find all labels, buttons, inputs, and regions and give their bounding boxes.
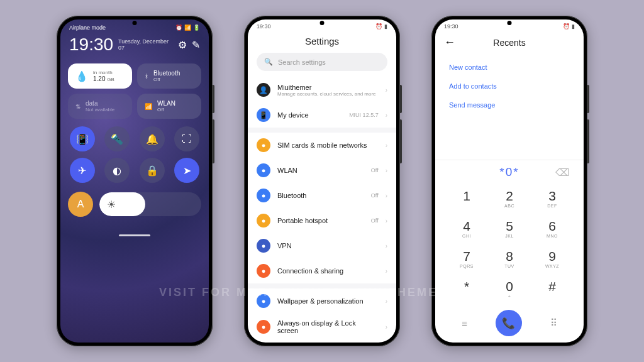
chevron-right-icon: › <box>386 324 387 331</box>
brightness-icon: ☀ <box>107 199 116 211</box>
dialpad-key[interactable]: * <box>445 275 488 305</box>
status-icons: ⏰ 📶 🔋 <box>175 25 200 31</box>
date: Tuesday, December 07 <box>118 38 173 51</box>
battery-icon: 🔋 <box>193 25 200 31</box>
dialpad-key[interactable]: 8TUV <box>488 244 531 275</box>
item-icon: ● <box>257 189 270 202</box>
darkmode-toggle[interactable]: ◐ <box>104 158 130 183</box>
page-title: Recents <box>444 38 575 48</box>
data-icon: ⇅ <box>75 103 80 110</box>
user-avatar[interactable]: A <box>68 192 93 217</box>
battery-icon: ▮ <box>384 23 387 30</box>
menu-button[interactable]: ≡ <box>462 318 467 329</box>
account-item[interactable]: 👤 MiuithemerManage accounts, cloud servi… <box>248 77 396 102</box>
wifi-icon: 📶 <box>145 103 152 110</box>
dnd-toggle[interactable]: 🔔 <box>140 126 165 151</box>
dialpad-key[interactable]: 9WXYZ <box>531 244 574 275</box>
item-icon: ● <box>257 214 270 228</box>
chevron-right-icon: › <box>386 112 387 119</box>
chevron-right-icon: › <box>386 268 387 275</box>
dialpad-key[interactable]: 7PQRS <box>445 244 488 275</box>
new-contact-link[interactable]: New contact <box>449 58 570 77</box>
settings-item[interactable]: ●Always-on display & Lock screen› <box>248 314 396 340</box>
location-toggle[interactable]: ➤ <box>174 158 199 183</box>
settings-item[interactable]: ●WLANOff› <box>248 158 396 183</box>
wlan-tile[interactable]: 📶 WLANOff <box>137 94 201 119</box>
mydevice-item[interactable]: 📱 My device MIUI 12.5.7 › <box>248 102 396 128</box>
settings-item[interactable]: ●Wallpaper & personalization› <box>248 288 396 314</box>
dialpad-key[interactable]: 1 <box>445 184 488 214</box>
settings-item[interactable]: ●Connection & sharing› <box>248 258 396 283</box>
item-icon: ● <box>257 239 270 253</box>
airplane-toggle[interactable]: ✈ <box>70 158 95 183</box>
search-input[interactable]: 🔍 Search settings <box>257 53 387 71</box>
signal-icon: 📶 <box>184 25 191 31</box>
item-icon: ● <box>257 264 270 278</box>
phone-dialer: 19:30 ⏰▮ ← Recents New contact Add to co… <box>431 16 587 346</box>
screenshot-toggle[interactable]: ⛶ <box>174 126 199 151</box>
settings-item[interactable]: ●VPN› <box>248 233 396 258</box>
dialpad-key[interactable]: 5JKL <box>488 214 531 244</box>
search-placeholder: Search settings <box>278 58 326 66</box>
bluetooth-icon: ᚼ <box>145 73 148 80</box>
page-title: Settings <box>248 30 396 52</box>
chevron-right-icon: › <box>386 192 387 199</box>
settings-item[interactable]: ●BluetoothOff› <box>248 183 396 208</box>
item-icon: ● <box>257 294 270 308</box>
account-icon: 👤 <box>257 83 270 97</box>
add-contacts-link[interactable]: Add to contacts <box>449 77 570 96</box>
alarm-icon: ⏰ <box>563 23 570 30</box>
dialed-number: *0* <box>499 165 519 179</box>
edit-icon[interactable]: ✎ <box>192 39 200 51</box>
brightness-slider[interactable]: ☀ <box>99 192 201 216</box>
dialpad-key[interactable]: 0+ <box>488 275 531 305</box>
lock-toggle[interactable]: 🔒 <box>140 158 165 183</box>
bluetooth-tile[interactable]: ᚼ BluetoothOff <box>137 63 201 89</box>
clock: 19:30 <box>444 23 458 30</box>
chevron-right-icon: › <box>386 243 387 250</box>
phone-control-center: Airplane mode ⏰ 📶 🔋 19:30 Tuesday, Decem… <box>57 16 213 346</box>
vibrate-toggle[interactable]: 📳 <box>70 126 95 151</box>
chevron-right-icon: › <box>386 87 387 94</box>
dialpad-key[interactable]: 3DEF <box>531 184 574 214</box>
dialpad-key[interactable]: # <box>531 275 574 305</box>
backspace-button[interactable]: ⌫ <box>555 167 570 178</box>
chevron-right-icon: › <box>386 217 387 224</box>
phone-settings: 19:30 ⏰▮ Settings 🔍 Search settings 👤 Mi… <box>244 16 400 346</box>
chevron-right-icon: › <box>386 167 387 174</box>
dialpad-key[interactable]: 4GHI <box>445 214 488 244</box>
chevron-right-icon: › <box>386 142 387 149</box>
chevron-right-icon: › <box>386 298 387 305</box>
battery-icon: ▮ <box>572 23 575 30</box>
call-button[interactable]: 📞 <box>496 310 522 336</box>
status-label: Airplane mode <box>69 25 106 31</box>
settings-icon[interactable]: ⚙ <box>178 39 187 51</box>
item-icon: ● <box>257 138 270 152</box>
settings-item[interactable]: ●SIM cards & mobile networks› <box>248 133 396 158</box>
send-message-link[interactable]: Send message <box>449 96 570 114</box>
clock: 19:30 <box>257 23 271 30</box>
search-icon: 🔍 <box>264 58 273 66</box>
dialpad-button[interactable]: ⠿ <box>550 317 557 329</box>
mobile-data-tile[interactable]: ⇅ dataNot available <box>68 94 132 119</box>
home-handle[interactable] <box>119 234 150 236</box>
alarm-icon: ⏰ <box>175 25 182 31</box>
device-icon: 📱 <box>257 108 270 122</box>
drop-icon: 💧 <box>75 70 88 82</box>
data-period: in month <box>93 70 114 75</box>
item-icon: ● <box>257 320 270 334</box>
settings-item[interactable]: ●Portable hotspotOff› <box>248 208 396 233</box>
data-usage-tile[interactable]: 💧 in month 1.20 GB <box>68 63 132 89</box>
clock: 19:30 <box>69 35 113 55</box>
flashlight-toggle[interactable]: 🔦 <box>104 126 130 151</box>
dialpad-key[interactable]: 6MNO <box>531 214 574 244</box>
dialpad-key[interactable]: 2ABC <box>488 184 531 214</box>
alarm-icon: ⏰ <box>375 23 382 30</box>
item-icon: ● <box>257 163 270 177</box>
